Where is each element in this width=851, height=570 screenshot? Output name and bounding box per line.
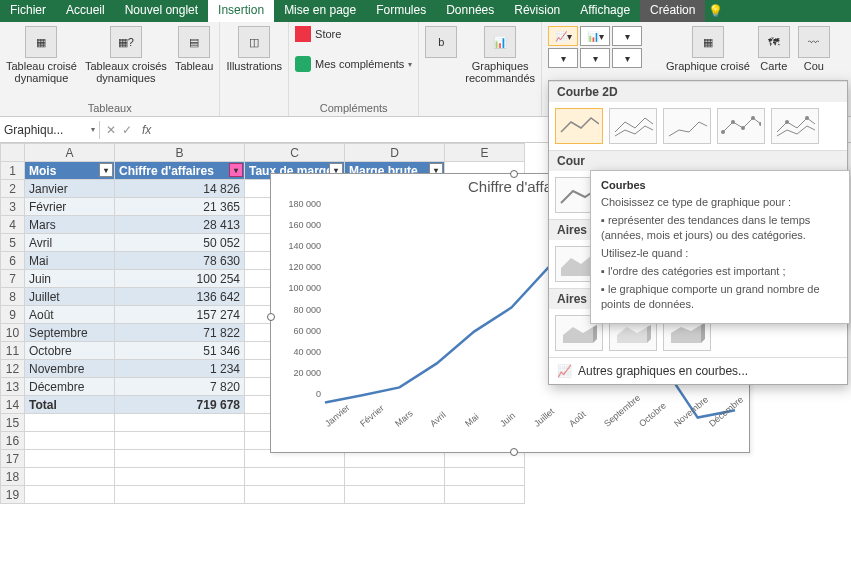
section-courbe-2d: Courbe 2D <box>549 81 847 102</box>
svg-point-6 <box>805 116 809 120</box>
tab-revision[interactable]: Révision <box>504 0 570 22</box>
recommended-pivot-label: Tableaux croisés dynamiques <box>85 60 167 84</box>
name-box-dropdown-icon[interactable]: ▾ <box>91 125 95 134</box>
svg-marker-13 <box>617 327 647 343</box>
bing-icon: b <box>425 26 457 58</box>
tab-formules[interactable]: Formules <box>366 0 436 22</box>
filter-icon[interactable]: ▾ <box>229 163 243 177</box>
pivot-table-button[interactable]: ▦ Tableau croisé dynamique <box>6 26 77 84</box>
filter-icon[interactable]: ▾ <box>99 163 113 177</box>
svg-point-0 <box>721 130 725 134</box>
recommended-charts-button[interactable]: 📊 Graphiques recommandés <box>465 26 535 84</box>
illustrations-label: Illustrations <box>226 60 282 72</box>
group-label-empty2 <box>425 112 535 114</box>
tab-fichier[interactable]: Fichier <box>0 0 56 22</box>
sparkline-icon: 〰 <box>798 26 830 58</box>
store-button[interactable]: Store <box>295 26 341 42</box>
chart-x-axis: JanvierFévrierMarsAvrilMaiJuinJuilletAoû… <box>321 421 739 431</box>
pivot-chart-icon: ▦ <box>692 26 724 58</box>
store-icon <box>295 26 311 42</box>
table-label: Tableau <box>175 60 214 72</box>
more-line-charts-label: Autres graphiques en courbes... <box>578 364 748 378</box>
sparkline-button[interactable]: 〰 Cou <box>798 26 830 72</box>
map-icon: 🗺 <box>758 26 790 58</box>
bing-maps-button[interactable]: b <box>425 26 457 58</box>
name-box[interactable]: Graphiqu... ▾ <box>0 121 100 139</box>
line-chart-option-3[interactable] <box>663 108 711 144</box>
more-line-charts-button[interactable]: 📈 Autres graphiques en courbes... <box>549 357 847 384</box>
recommended-charts-label: Graphiques recommandés <box>465 60 535 84</box>
chart-type-grid: 📈▾ 📊▾ ▾ ▾ ▾ ▾ <box>548 26 658 68</box>
group-label-tableaux: Tableaux <box>6 100 213 114</box>
group-label-complements: Compléments <box>295 100 412 114</box>
svg-marker-12 <box>593 325 597 343</box>
line-chart-option-2[interactable] <box>609 108 657 144</box>
tell-me-icon[interactable]: 💡 <box>705 0 725 22</box>
ribbon-group-graphiques-rec: b 📊 Graphiques recommandés <box>419 22 542 116</box>
accept-formula-icon[interactable]: ✓ <box>122 123 132 137</box>
line-chart-option-4[interactable] <box>717 108 765 144</box>
menu-tab-bar: Fichier Accueil Nouvel onglet Insertion … <box>0 0 851 22</box>
illustrations-icon: ◫ <box>238 26 270 58</box>
line-chart-option-5[interactable] <box>771 108 819 144</box>
name-box-value: Graphiqu... <box>4 123 63 137</box>
svg-point-2 <box>741 126 745 130</box>
tooltip-line: ▪ le graphique comporte un grand nombre … <box>601 282 839 311</box>
insert-win-loss-button[interactable]: ▾ <box>612 26 642 46</box>
more-charts-icon: 📈 <box>557 364 572 378</box>
fx-label[interactable]: fx <box>138 123 155 137</box>
svg-marker-14 <box>647 325 651 343</box>
line-chart-option-1[interactable] <box>555 108 603 144</box>
map-button[interactable]: 🗺 Carte <box>758 26 790 72</box>
my-addins-button[interactable]: Mes compléments ▾ <box>295 56 412 72</box>
table-button[interactable]: ▤ Tableau <box>175 26 214 72</box>
chart-y-axis: 180 000160 000140 000120 000100 00080 00… <box>276 199 321 399</box>
pivot-table-label: Tableau croisé dynamique <box>6 60 77 84</box>
tab-insertion[interactable]: Insertion <box>208 0 274 22</box>
svg-marker-11 <box>563 327 593 343</box>
tooltip-line: Choisissez ce type de graphique pour : <box>601 195 839 209</box>
store-label: Store <box>315 28 341 40</box>
map-label: Carte <box>760 60 787 72</box>
svg-point-5 <box>785 120 789 124</box>
ribbon-group-illustrations: ◫ Illustrations <box>220 22 289 116</box>
tooltip-line: Utilisez-le quand : <box>601 246 839 260</box>
tab-accueil[interactable]: Accueil <box>56 0 115 22</box>
insert-line-chart-button[interactable]: 📈▾ <box>548 26 578 46</box>
tab-affichage[interactable]: Affichage <box>570 0 640 22</box>
section-cour-truncated: Cour <box>549 150 847 171</box>
illustrations-button[interactable]: ◫ Illustrations <box>226 26 282 72</box>
recommended-charts-icon: 📊 <box>484 26 516 58</box>
insert-column-chart-button[interactable]: 📊▾ <box>580 26 610 46</box>
recommended-pivot-icon: ▦? <box>110 26 142 58</box>
pivot-chart-button[interactable]: ▦ Graphique croisé <box>666 26 750 72</box>
sparkline-label: Cou <box>804 60 824 72</box>
dropdown-arrow-icon: ▾ <box>408 60 412 69</box>
pivot-table-icon: ▦ <box>25 26 57 58</box>
insert-hierarchy-button[interactable]: ▾ <box>548 48 578 68</box>
group-label-empty1 <box>226 112 282 114</box>
svg-marker-16 <box>701 323 705 343</box>
chart-type-tooltip: Courbes Choisissez ce type de graphique … <box>590 170 850 324</box>
svg-marker-15 <box>671 325 701 343</box>
ribbon-group-tableaux: ▦ Tableau croisé dynamique ▦? Tableaux c… <box>0 22 220 116</box>
svg-point-1 <box>731 120 735 124</box>
table-icon: ▤ <box>178 26 210 58</box>
insert-scatter-button[interactable]: ▾ <box>580 48 610 68</box>
recommended-pivot-button[interactable]: ▦? Tableaux croisés dynamiques <box>85 26 167 84</box>
tooltip-line: ▪ représenter des tendances dans le temp… <box>601 213 839 242</box>
ribbon-group-complements: Store Mes compléments ▾ Compléments <box>289 22 419 116</box>
formula-bar-buttons: ✕ ✓ <box>100 123 138 137</box>
tab-creation[interactable]: Création <box>640 0 705 22</box>
pivot-chart-label: Graphique croisé <box>666 60 750 72</box>
svg-point-3 <box>751 116 755 120</box>
my-addins-label: Mes compléments <box>315 58 404 70</box>
tooltip-title: Courbes <box>601 179 839 191</box>
addins-icon <box>295 56 311 72</box>
cancel-formula-icon[interactable]: ✕ <box>106 123 116 137</box>
insert-surface-button[interactable]: ▾ <box>612 48 642 68</box>
tab-mise-en-page[interactable]: Mise en page <box>274 0 366 22</box>
tooltip-line: ▪ l'ordre des catégories est important ; <box>601 264 839 278</box>
tab-nouvel-onglet[interactable]: Nouvel onglet <box>115 0 208 22</box>
tab-donnees[interactable]: Données <box>436 0 504 22</box>
